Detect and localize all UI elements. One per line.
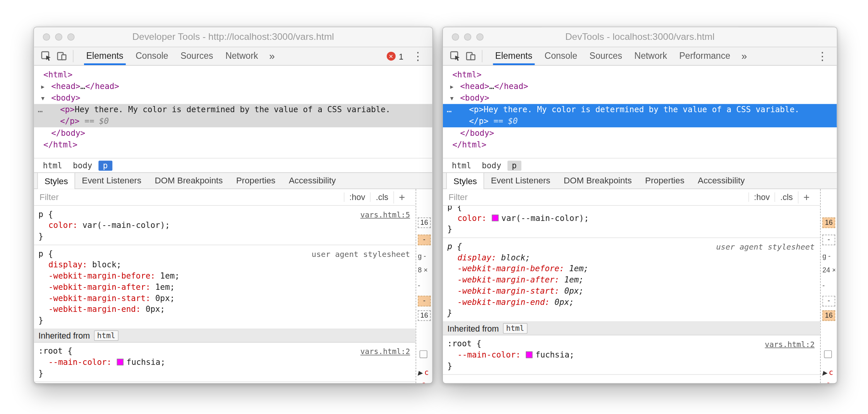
css-property[interactable]: --main-color: fuchsia; <box>38 356 411 368</box>
inherited-node-link[interactable]: html <box>94 330 118 341</box>
tab-elements[interactable]: Elements <box>80 47 129 65</box>
more-tabs-button[interactable]: » <box>736 47 752 65</box>
device-toolbar-icon[interactable] <box>463 48 479 64</box>
css-property[interactable]: -webkit-margin-start: 0px; <box>448 285 816 296</box>
tree-node-body-close[interactable]: </body> <box>443 127 837 139</box>
tab-network[interactable]: Network <box>219 47 264 65</box>
menu-kebab-icon[interactable]: ⋮ <box>412 50 424 63</box>
tree-node-body-open[interactable]: ▼<body> <box>34 92 432 104</box>
style-source-link[interactable]: vars.html:5 <box>360 209 410 220</box>
style-rule-p-authored[interactable]: vars.html:5 p { color: var(--main-color)… <box>34 206 416 245</box>
style-rule-p-authored[interactable]: p { color: var(--main-color); } <box>443 206 820 238</box>
disclosure-expanded-icon[interactable]: ▼ <box>41 92 45 104</box>
css-property[interactable]: color: var(--main-color); <box>38 220 411 231</box>
crumb-html[interactable]: html <box>448 161 476 171</box>
tab-event-listeners[interactable]: Event Listeners <box>484 173 557 188</box>
crumb-body[interactable]: body <box>69 161 97 171</box>
crumb-body[interactable]: body <box>477 161 506 171</box>
tree-node-html-close[interactable]: </html> <box>34 139 432 151</box>
inspect-element-icon[interactable] <box>448 48 463 64</box>
tree-node-p-selected[interactable]: …<p>Hey there. My color is determined by… <box>443 104 837 127</box>
rule-selector[interactable]: p { <box>448 206 816 212</box>
color-swatch[interactable] <box>526 351 532 358</box>
checkbox[interactable] <box>824 350 832 358</box>
color-swatch[interactable] <box>492 215 499 221</box>
crumb-p[interactable]: p <box>98 161 112 171</box>
menu-kebab-icon[interactable]: ⋮ <box>817 50 828 63</box>
tab-sources[interactable]: Sources <box>583 47 628 65</box>
css-property[interactable]: display: block; <box>38 259 411 270</box>
style-rule-p-user-agent[interactable]: user agent stylesheet p { display: block… <box>443 238 820 322</box>
tab-console[interactable]: Console <box>129 47 174 65</box>
collapsed-marker[interactable]: … <box>38 104 43 116</box>
css-property[interactable]: -webkit-margin-before: 1em; <box>38 270 411 281</box>
tree-node-head[interactable]: ▶<head>…</head> <box>443 80 837 92</box>
tab-elements[interactable]: Elements <box>489 47 538 65</box>
disclosure-collapsed-icon[interactable]: ▶ <box>418 369 422 376</box>
tree-node-body-open[interactable]: ▼<body> <box>443 92 837 104</box>
tab-styles[interactable]: Styles <box>446 173 484 189</box>
error-badge[interactable]: ✕ 1 <box>386 51 403 61</box>
styles-filter-input[interactable]: Filter <box>448 192 468 202</box>
tab-performance[interactable]: Performance <box>673 47 736 65</box>
css-property[interactable]: -webkit-margin-before: 1em; <box>448 263 816 274</box>
toggle-element-state-button[interactable]: :hov <box>748 192 775 202</box>
disclosure-collapsed-icon[interactable]: ▶ <box>450 80 454 92</box>
rule-selector[interactable]: :root { <box>38 346 411 357</box>
tab-properties[interactable]: Properties <box>230 173 282 188</box>
style-rule-root[interactable]: vars.html:2 :root { --main-color: fuchsi… <box>443 335 820 375</box>
tree-node-html-close[interactable]: </html> <box>443 139 837 151</box>
checkbox[interactable] <box>420 350 427 358</box>
rule-selector[interactable]: :root { <box>448 338 816 349</box>
tree-node-head[interactable]: ▶<head>…</head> <box>34 80 432 92</box>
tab-accessibility[interactable]: Accessibility <box>691 173 751 188</box>
inspect-element-icon[interactable] <box>38 48 54 64</box>
css-property[interactable]: -webkit-margin-end: 0px; <box>448 296 816 308</box>
tab-dom-breakpoints[interactable]: DOM Breakpoints <box>148 173 229 188</box>
new-style-rule-button[interactable]: + <box>798 191 815 204</box>
crumb-p[interactable]: p <box>508 161 521 171</box>
css-property[interactable]: color: var(--main-color); <box>448 212 816 224</box>
computed-pane-fragment[interactable]: ▶ c <box>418 368 429 376</box>
tab-dom-breakpoints[interactable]: DOM Breakpoints <box>557 173 638 188</box>
tab-styles[interactable]: Styles <box>37 173 75 189</box>
element-classes-button[interactable]: .cls <box>370 192 393 202</box>
tab-properties[interactable]: Properties <box>638 173 691 188</box>
tree-node-html-open[interactable]: <html> <box>443 69 837 80</box>
style-source-link[interactable]: vars.html:2 <box>765 339 815 350</box>
new-style-rule-button[interactable]: + <box>393 191 410 204</box>
css-property[interactable]: -webkit-margin-start: 0px; <box>38 293 411 304</box>
css-property[interactable]: display: block; <box>448 252 816 263</box>
style-source-link[interactable]: vars.html:2 <box>360 346 410 357</box>
css-property[interactable]: -webkit-margin-after: 1em; <box>448 274 816 286</box>
style-rule-p-user-agent[interactable]: user agent stylesheet p { display: block… <box>34 245 416 329</box>
rule-selector[interactable]: p { <box>38 209 411 220</box>
titlebar[interactable]: DevTools - localhost:3000/vars.html <box>443 27 837 47</box>
head-ellipsis[interactable]: … <box>81 82 86 91</box>
crumb-html[interactable]: html <box>38 161 67 171</box>
more-tabs-button[interactable]: » <box>264 47 280 65</box>
disclosure-expanded-icon[interactable]: ▼ <box>450 92 454 104</box>
collapsed-marker[interactable]: … <box>447 104 452 116</box>
tab-console[interactable]: Console <box>539 47 583 65</box>
disclosure-collapsed-icon[interactable]: ▶ <box>41 80 45 92</box>
head-ellipsis[interactable]: … <box>489 82 494 91</box>
tab-accessibility[interactable]: Accessibility <box>282 173 343 188</box>
device-toolbar-icon[interactable] <box>54 48 69 64</box>
color-swatch[interactable] <box>117 359 124 365</box>
css-property[interactable]: -webkit-margin-end: 0px; <box>38 304 411 315</box>
disclosure-collapsed-icon[interactable]: ▶ <box>822 369 827 376</box>
css-property[interactable]: -webkit-margin-after: 1em; <box>38 281 411 293</box>
tab-sources[interactable]: Sources <box>174 47 219 65</box>
styles-filter-input[interactable]: Filter <box>39 192 59 202</box>
css-property[interactable]: --main-color: fuchsia; <box>448 349 816 361</box>
element-classes-button[interactable]: .cls <box>775 192 798 202</box>
style-rule-root[interactable]: vars.html:2 :root { --main-color: fuchsi… <box>34 342 416 382</box>
toggle-element-state-button[interactable]: :hov <box>344 192 370 202</box>
tree-node-html-open[interactable]: <html> <box>34 69 432 80</box>
titlebar[interactable]: Developer Tools - http://localhost:3000/… <box>34 27 432 47</box>
tree-node-body-close[interactable]: </body> <box>34 127 432 139</box>
tree-node-p-selected[interactable]: …<p>Hey there. My color is determined by… <box>34 104 432 127</box>
inherited-node-link[interactable]: html <box>503 323 528 334</box>
tab-event-listeners[interactable]: Event Listeners <box>75 173 148 188</box>
